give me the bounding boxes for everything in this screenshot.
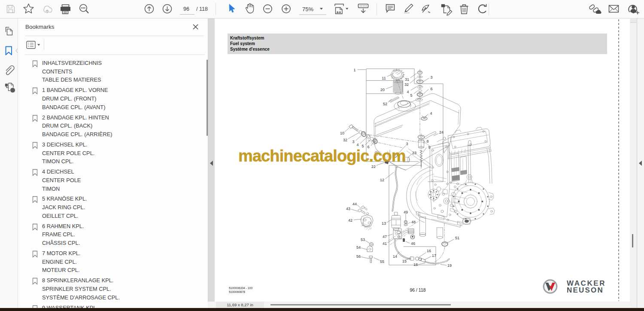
- svg-text:3: 3: [352, 140, 354, 144]
- svg-text:51: 51: [455, 236, 459, 240]
- svg-text:3: 3: [430, 75, 432, 79]
- svg-text:49: 49: [404, 210, 408, 214]
- svg-text:4: 4: [356, 143, 358, 147]
- svg-text:4: 4: [407, 90, 409, 94]
- svg-text:17: 17: [432, 253, 436, 258]
- svg-text:12: 12: [380, 178, 384, 182]
- svg-text:46: 46: [411, 241, 415, 246]
- svg-text:56: 56: [356, 254, 361, 259]
- svg-text:20: 20: [380, 88, 385, 92]
- svg-text:52: 52: [383, 102, 387, 106]
- svg-text:31: 31: [405, 77, 409, 82]
- svg-text:8: 8: [426, 139, 428, 143]
- svg-text:41: 41: [383, 241, 387, 246]
- svg-text:48: 48: [411, 220, 416, 224]
- svg-text:3: 3: [406, 142, 408, 146]
- svg-text:4: 4: [430, 111, 432, 116]
- svg-text:1: 1: [353, 68, 355, 72]
- svg-text:23: 23: [412, 151, 416, 155]
- svg-text:55: 55: [380, 259, 384, 264]
- svg-text:/ 118: / 118: [196, 6, 208, 12]
- svg-text:13: 13: [382, 221, 386, 226]
- svg-text:32: 32: [343, 138, 347, 142]
- svg-text:54: 54: [356, 245, 361, 250]
- svg-text:96: 96: [183, 6, 189, 12]
- svg-text:75%: 75%: [302, 6, 313, 12]
- svg-text:47: 47: [383, 235, 387, 239]
- svg-text:24: 24: [439, 130, 444, 134]
- svg-text:43: 43: [346, 207, 350, 211]
- svg-text:53: 53: [361, 238, 365, 242]
- svg-text:44: 44: [352, 202, 357, 206]
- svg-text:10: 10: [340, 131, 344, 135]
- svg-text:16: 16: [427, 249, 431, 253]
- svg-text:5: 5: [410, 93, 412, 98]
- svg-text:19: 19: [447, 263, 452, 268]
- svg-text:18: 18: [413, 262, 418, 267]
- svg-text:6: 6: [430, 87, 432, 91]
- svg-text:42: 42: [348, 218, 352, 223]
- svg-text:11: 11: [382, 76, 386, 80]
- svg-text:32: 32: [404, 82, 409, 87]
- svg-text:15: 15: [402, 259, 407, 263]
- svg-text:9: 9: [428, 145, 430, 149]
- svg-text:NEUSON: NEUSON: [567, 286, 604, 294]
- svg-text:14: 14: [393, 254, 397, 259]
